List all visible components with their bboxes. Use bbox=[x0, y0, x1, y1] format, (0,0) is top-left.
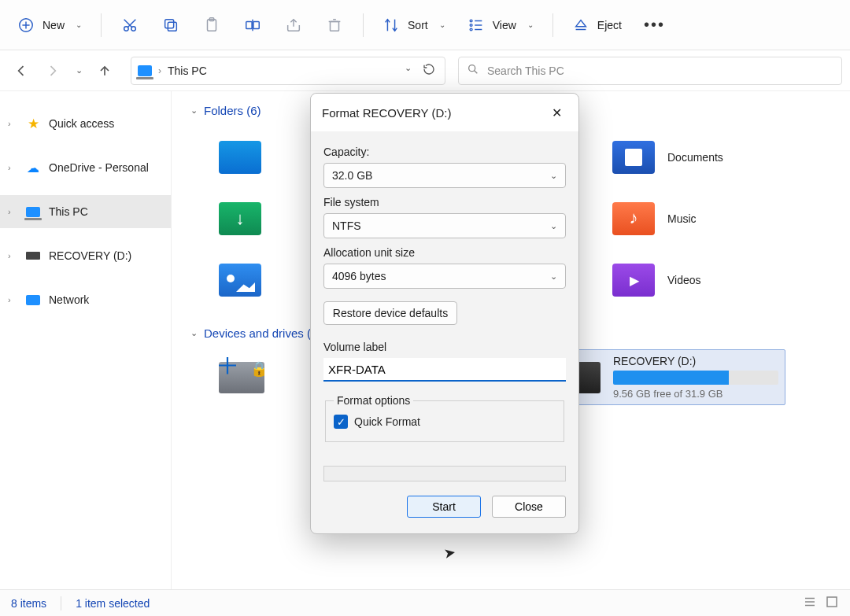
separator bbox=[61, 596, 61, 610]
folder-icon bbox=[612, 202, 655, 235]
share-icon bbox=[285, 17, 302, 34]
volume-label-label: Volume label bbox=[323, 341, 566, 353]
sidebar-item-label: This PC bbox=[49, 205, 88, 218]
ellipsis-icon: ••• bbox=[644, 16, 665, 34]
separator bbox=[101, 13, 102, 37]
address-history-button[interactable]: ⌄ bbox=[405, 63, 412, 78]
view-button[interactable]: View ⌄ bbox=[460, 9, 541, 41]
svg-point-25 bbox=[469, 65, 475, 72]
recent-locations-button[interactable]: ⌄ bbox=[71, 57, 87, 84]
quick-format-checkbox[interactable]: ✓ bbox=[334, 415, 348, 429]
capacity-label: Capacity: bbox=[323, 146, 566, 158]
this-pc-icon bbox=[138, 65, 152, 76]
svg-rect-7 bbox=[168, 22, 176, 31]
delete-button[interactable] bbox=[317, 9, 352, 41]
scissors-icon bbox=[121, 17, 139, 34]
quick-format-row[interactable]: ✓ Quick Format bbox=[334, 415, 556, 429]
close-button[interactable]: Close bbox=[492, 496, 566, 518]
filesystem-value: NTFS bbox=[332, 219, 361, 232]
search-placeholder: Search This PC bbox=[487, 65, 564, 77]
allocation-select[interactable]: 4096 bytes ⌄ bbox=[323, 264, 566, 289]
format-progress-bar bbox=[323, 466, 566, 481]
drive-subtext: 9.56 GB free of 31.9 GB bbox=[613, 388, 778, 400]
svg-line-5 bbox=[124, 19, 132, 27]
refresh-button[interactable] bbox=[423, 63, 435, 78]
new-button[interactable]: New ⌄ bbox=[9, 9, 90, 41]
folder-label: Documents bbox=[667, 151, 723, 164]
network-icon bbox=[25, 292, 41, 308]
format-dialog: Format RECOVERY (D:) ✕ Capacity: 32.0 GB… bbox=[310, 93, 579, 534]
eject-icon bbox=[572, 17, 589, 34]
capacity-value: 32.0 GB bbox=[332, 169, 372, 182]
search-box[interactable]: Search This PC bbox=[458, 57, 842, 85]
sort-button[interactable]: Sort ⌄ bbox=[375, 9, 453, 41]
group-header-label: Folders (6) bbox=[204, 104, 261, 117]
more-button[interactable]: ••• bbox=[636, 9, 673, 41]
svg-rect-15 bbox=[331, 21, 339, 31]
restore-defaults-button[interactable]: Restore device defaults bbox=[323, 301, 457, 325]
svg-rect-12 bbox=[253, 21, 259, 28]
share-button[interactable] bbox=[276, 9, 311, 41]
drive-usage-bar bbox=[613, 371, 778, 385]
svg-line-6 bbox=[128, 19, 135, 27]
sidebar-item-quick-access[interactable]: › ★ Quick access bbox=[0, 107, 171, 140]
sidebar-item-label: Network bbox=[49, 293, 89, 306]
sidebar-item-label: OneDrive - Personal bbox=[49, 161, 149, 174]
drive-tile-recovery[interactable]: RECOVERY (D:) 9.56 GB free of 31.9 GB bbox=[548, 349, 785, 405]
restore-defaults-label: Restore device defaults bbox=[333, 307, 448, 319]
chevron-down-icon: ⌄ bbox=[76, 20, 82, 29]
view-icon bbox=[468, 17, 485, 34]
folder-icon bbox=[612, 141, 655, 174]
svg-point-19 bbox=[470, 24, 472, 26]
breadcrumb-this-pc[interactable]: This PC bbox=[168, 65, 207, 77]
capacity-select[interactable]: 32.0 GB ⌄ bbox=[323, 163, 566, 188]
back-button[interactable] bbox=[8, 57, 35, 84]
folder-label: Music bbox=[667, 212, 697, 225]
copy-button[interactable] bbox=[153, 9, 188, 41]
filesystem-label: File system bbox=[323, 196, 566, 208]
address-bar[interactable]: › This PC ⌄ bbox=[131, 57, 445, 85]
sidebar-item-onedrive[interactable]: › ☁ OneDrive - Personal bbox=[0, 151, 171, 184]
folder-label: Videos bbox=[667, 274, 701, 286]
check-icon: ✓ bbox=[337, 416, 346, 428]
svg-rect-30 bbox=[827, 597, 837, 607]
folder-icon bbox=[219, 264, 261, 297]
sidebar-item-this-pc[interactable]: › This PC bbox=[0, 195, 171, 228]
volume-label-input[interactable] bbox=[323, 358, 566, 382]
sidebar-item-label: RECOVERY (D:) bbox=[49, 249, 131, 262]
separator bbox=[363, 13, 364, 37]
chevron-right-icon: › bbox=[158, 65, 161, 76]
svg-rect-11 bbox=[246, 21, 252, 28]
svg-line-26 bbox=[475, 71, 478, 74]
dialog-titlebar: Format RECOVERY (D:) ✕ bbox=[311, 94, 578, 131]
rename-button[interactable] bbox=[235, 9, 270, 41]
forward-button[interactable] bbox=[39, 57, 66, 84]
drive-icon bbox=[219, 362, 264, 393]
group-header-label: Devices and drives (2) bbox=[204, 326, 321, 340]
sort-icon bbox=[382, 17, 400, 34]
cloud-icon: ☁ bbox=[25, 160, 41, 175]
eject-button[interactable]: Eject bbox=[564, 9, 630, 41]
sidebar-item-network[interactable]: › Network bbox=[0, 283, 171, 316]
folder-tile-documents[interactable]: Documents bbox=[612, 141, 831, 174]
folder-tile-videos[interactable]: Videos bbox=[612, 264, 831, 297]
sidebar-item-recovery[interactable]: › RECOVERY (D:) bbox=[0, 239, 171, 272]
folder-tile-music[interactable]: Music bbox=[612, 202, 831, 235]
clipboard-icon bbox=[203, 17, 220, 34]
copy-icon bbox=[162, 17, 179, 34]
thumbnails-view-button[interactable] bbox=[825, 595, 839, 611]
folder-icon bbox=[219, 141, 261, 174]
toolbar: New ⌄ Sort ⌄ bbox=[0, 0, 850, 50]
paste-button[interactable] bbox=[194, 9, 229, 41]
allocation-value: 4096 bytes bbox=[332, 270, 386, 282]
dialog-close-button[interactable]: ✕ bbox=[545, 101, 567, 124]
details-view-button[interactable] bbox=[803, 595, 817, 611]
cut-button[interactable] bbox=[113, 9, 147, 41]
filesystem-select[interactable]: NTFS ⌄ bbox=[323, 213, 566, 238]
chevron-down-icon: ⌄ bbox=[550, 271, 557, 282]
up-button[interactable] bbox=[91, 57, 118, 84]
pc-icon bbox=[25, 204, 41, 219]
start-button[interactable]: Start bbox=[407, 496, 481, 518]
drive-tile-os[interactable] bbox=[219, 349, 264, 405]
folder-icon bbox=[612, 264, 655, 297]
